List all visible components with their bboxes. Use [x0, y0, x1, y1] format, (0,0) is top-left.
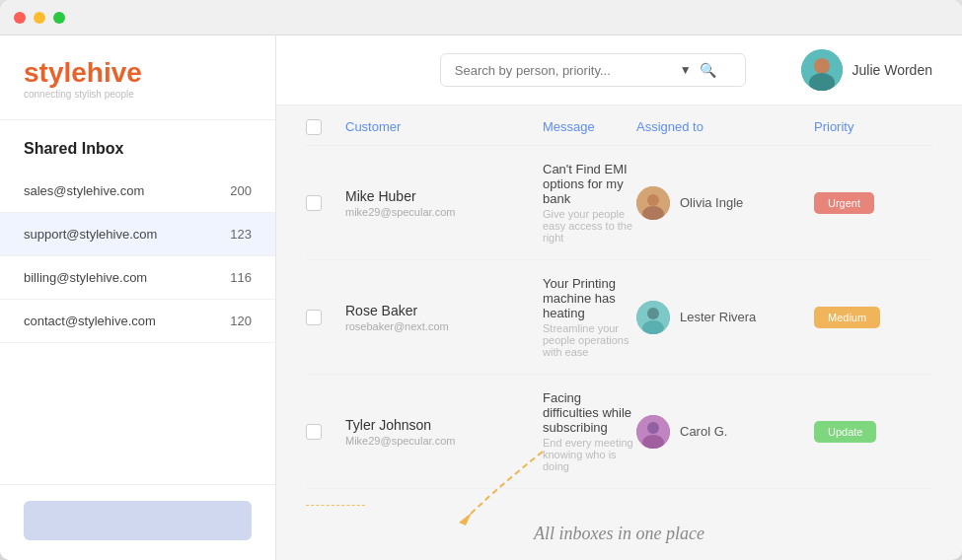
row-checkbox-2[interactable]	[306, 310, 322, 325]
main-header: ▼ 🔍 Julie Worden	[276, 35, 962, 105]
table-row[interactable]: Mike Huber mike29@specular.com Can't Fin…	[306, 146, 932, 260]
titlebar	[0, 0, 962, 35]
svg-point-10	[647, 422, 659, 434]
message-subject-1: Can't Find EMI options for my bank	[543, 162, 636, 206]
customer-name-3: Tyler Johnson	[345, 417, 543, 433]
select-all-checkbox[interactable]	[306, 119, 322, 135]
main-content: ▼ 🔍 Julie Worden	[276, 35, 962, 560]
message-preview-1: Give your people easy access to the righ…	[543, 208, 636, 244]
agent-avatar-3	[636, 415, 670, 449]
table-header: Customer Message Assigned to Priority	[306, 105, 932, 146]
logo-tagline: connecting stylish people	[24, 89, 252, 100]
inbox-count-sales: 200	[230, 183, 252, 198]
customer-email-1: mike29@specular.com	[345, 206, 543, 218]
all-inboxes-tagline: All inboxes in one place	[306, 524, 932, 544]
row-checkbox-cell	[306, 195, 345, 211]
priority-cell-3: Update	[814, 421, 932, 443]
th-checkbox	[306, 119, 345, 135]
agent-name-3: Carol G.	[680, 424, 727, 439]
customer-cell-2: Rose Baker rosebaker@next.com	[345, 303, 543, 332]
message-preview-3: End every meeting knowing who is doing	[543, 437, 636, 472]
inbox-email-support: support@stylehive.com	[24, 227, 157, 242]
shared-inbox-title: Shared Inbox	[0, 120, 275, 170]
inbox-item-billing[interactable]: billing@stylehive.com 116	[0, 256, 275, 300]
customer-cell-1: Mike Huber mike29@specular.com	[345, 188, 543, 218]
assigned-cell-2: Lester Rivera	[636, 301, 814, 334]
close-dot[interactable]	[14, 12, 26, 24]
sidebar: stylehive connecting stylish people Shar…	[0, 35, 276, 560]
row-checkbox-cell-2	[306, 310, 345, 325]
agent-name-2: Lester Rivera	[680, 310, 756, 324]
assigned-cell-3: Carol G.	[636, 415, 814, 449]
priority-badge-3: Update	[814, 421, 876, 443]
th-message: Message	[543, 119, 636, 135]
inbox-list: sales@stylehive.com 200 support@stylehiv…	[0, 170, 275, 484]
sidebar-footer	[0, 484, 275, 560]
maximize-dot[interactable]	[53, 12, 65, 24]
th-customer: Customer	[345, 119, 543, 135]
inbox-count-support: 123	[230, 227, 252, 242]
priority-badge-1: Urgent	[814, 192, 874, 214]
table-area: Customer Message Assigned to Priority Mi…	[276, 105, 962, 514]
assigned-cell-1: Olivia Ingle	[636, 186, 814, 220]
logo-area: stylehive connecting stylish people	[0, 35, 275, 120]
inbox-email-contact: contact@stylehive.com	[24, 314, 156, 328]
app-window: stylehive connecting stylish people Shar…	[0, 0, 962, 560]
svg-point-7	[647, 308, 659, 319]
user-profile: Julie Worden	[801, 49, 932, 91]
user-name: Julie Worden	[852, 62, 932, 78]
inbox-count-contact: 120	[230, 314, 252, 328]
row-checkbox-3[interactable]	[306, 424, 322, 440]
inbox-email-sales: sales@stylehive.com	[24, 183, 144, 198]
th-assigned: Assigned to	[636, 119, 814, 135]
footer-area: All inboxes in one place	[276, 514, 962, 560]
customer-email-2: rosebaker@next.com	[345, 320, 543, 332]
message-cell-2: Your Printing machine has heating Stream…	[543, 276, 636, 358]
search-bar[interactable]: ▼ 🔍	[440, 53, 746, 87]
agent-avatar-2	[636, 301, 670, 334]
svg-point-4	[647, 194, 659, 206]
row-checkbox-cell-3	[306, 424, 345, 440]
inbox-item-support[interactable]: support@stylehive.com 123	[0, 213, 275, 256]
message-subject-3: Facing difficulties while subscribing	[543, 390, 636, 435]
customer-name-2: Rose Baker	[345, 303, 543, 318]
user-avatar	[801, 49, 843, 91]
filter-icon[interactable]: ▼	[680, 63, 692, 77]
table-row[interactable]: Rose Baker rosebaker@next.com Your Print…	[306, 260, 932, 375]
inbox-item-sales[interactable]: sales@stylehive.com 200	[0, 170, 275, 213]
app-body: stylehive connecting stylish people Shar…	[0, 35, 962, 560]
divider	[306, 505, 365, 506]
customer-email-3: Mike29@specular.com	[345, 435, 543, 447]
row-checkbox-1[interactable]	[306, 195, 322, 211]
search-icon[interactable]: 🔍	[700, 62, 716, 78]
minimize-dot[interactable]	[34, 12, 45, 24]
inbox-count-billing: 116	[230, 270, 252, 285]
message-subject-2: Your Printing machine has heating	[543, 276, 636, 320]
sidebar-action-button[interactable]	[24, 501, 252, 540]
customer-name-1: Mike Huber	[345, 188, 543, 204]
customer-cell-3: Tyler Johnson Mike29@specular.com	[345, 417, 543, 447]
agent-name-1: Olivia Ingle	[680, 195, 743, 210]
inbox-item-contact[interactable]: contact@stylehive.com 120	[0, 300, 275, 343]
table-row[interactable]: Tyler Johnson Mike29@specular.com Facing…	[306, 375, 932, 489]
priority-cell-1: Urgent	[814, 192, 932, 214]
th-priority: Priority	[814, 119, 932, 135]
agent-avatar-1	[636, 186, 670, 220]
svg-point-1	[814, 58, 830, 74]
message-cell-1: Can't Find EMI options for my bank Give …	[543, 162, 636, 244]
priority-badge-2: Medium	[814, 307, 880, 328]
message-preview-2: Streamline your people operations with e…	[543, 322, 636, 358]
priority-cell-2: Medium	[814, 307, 932, 328]
logo-name: stylehive	[24, 59, 252, 87]
search-input[interactable]	[455, 63, 672, 78]
message-cell-3: Facing difficulties while subscribing En…	[543, 390, 636, 472]
inbox-email-billing: billing@stylehive.com	[24, 270, 147, 285]
